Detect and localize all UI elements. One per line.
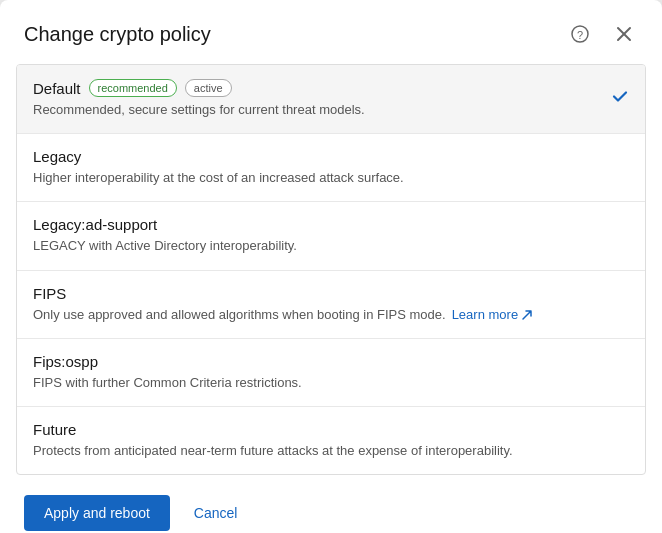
policy-item-header-legacy: Legacy xyxy=(33,148,629,165)
external-link-icon xyxy=(521,309,533,321)
policy-name-default: Default xyxy=(33,80,81,97)
policy-list: DefaultrecommendedactiveRecommended, sec… xyxy=(16,64,646,475)
policy-item-future[interactable]: FutureProtects from anticipated near-ter… xyxy=(17,407,645,474)
policy-desc-legacy-ad-support: LEGACY with Active Directory interoperab… xyxy=(33,237,629,255)
policy-desc-fips-ospp: FIPS with further Common Criteria restri… xyxy=(33,374,629,392)
policy-item-legacy[interactable]: LegacyHigher interoperability at the cos… xyxy=(17,134,645,202)
policy-item-header-fips-ospp: Fips:ospp xyxy=(33,353,629,370)
policy-name-fips-ospp: Fips:ospp xyxy=(33,353,98,370)
svg-text:?: ? xyxy=(577,29,583,41)
policy-item-legacy-ad-support[interactable]: Legacy:ad-supportLEGACY with Active Dire… xyxy=(17,202,645,270)
policy-desc-future: Protects from anticipated near-term futu… xyxy=(33,442,629,460)
policy-name-legacy-ad-support: Legacy:ad-support xyxy=(33,216,157,233)
selected-checkmark xyxy=(611,88,629,111)
policy-item-header-fips: FIPS xyxy=(33,285,629,302)
policy-item-header-legacy-ad-support: Legacy:ad-support xyxy=(33,216,629,233)
header-icons: ? xyxy=(566,20,638,48)
recommended-badge: recommended xyxy=(89,79,177,97)
dialog-title: Change crypto policy xyxy=(24,23,211,46)
policy-desc-fips: Only use approved and allowed algorithms… xyxy=(33,306,629,324)
policy-item-fips-ospp[interactable]: Fips:osppFIPS with further Common Criter… xyxy=(17,339,645,407)
policy-name-future: Future xyxy=(33,421,76,438)
help-button[interactable]: ? xyxy=(566,20,594,48)
policy-desc-default: Recommended, secure settings for current… xyxy=(33,101,629,119)
policy-name-legacy: Legacy xyxy=(33,148,81,165)
active-badge: active xyxy=(185,79,232,97)
cancel-button[interactable]: Cancel xyxy=(182,495,250,531)
dialog-footer: Apply and reboot Cancel xyxy=(0,475,662,533)
change-crypto-policy-dialog: Change crypto policy ? Defaultrecommende… xyxy=(0,0,662,533)
policy-desc-legacy: Higher interoperability at the cost of a… xyxy=(33,169,629,187)
help-icon: ? xyxy=(571,25,589,43)
policy-item-default[interactable]: DefaultrecommendedactiveRecommended, sec… xyxy=(17,65,645,134)
policy-item-header-future: Future xyxy=(33,421,629,438)
learn-more-link-fips[interactable]: Learn more xyxy=(452,306,533,324)
dialog-header: Change crypto policy ? xyxy=(0,0,662,64)
close-button[interactable] xyxy=(610,20,638,48)
policy-name-fips: FIPS xyxy=(33,285,66,302)
policy-item-header-default: Defaultrecommendedactive xyxy=(33,79,629,97)
apply-reboot-button[interactable]: Apply and reboot xyxy=(24,495,170,531)
close-icon xyxy=(616,26,632,42)
policy-item-fips[interactable]: FIPSOnly use approved and allowed algori… xyxy=(17,271,645,339)
